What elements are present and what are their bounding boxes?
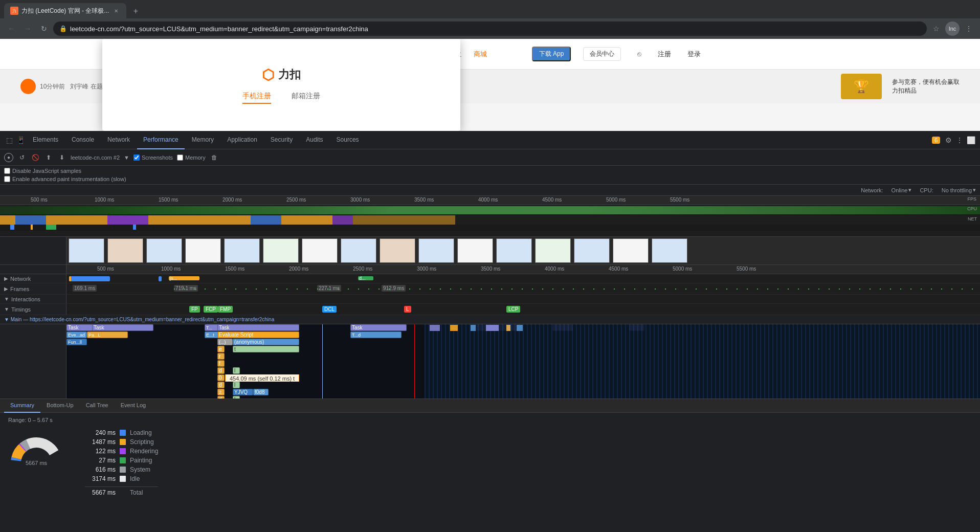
ruler-500ms: 500 ms [31, 197, 48, 203]
new-tab-button[interactable]: + [128, 4, 143, 18]
screenshot-8 [380, 238, 415, 263]
timing-lcp-marker: LCP [506, 306, 520, 313]
member-center-button[interactable]: 会员中心 [583, 47, 621, 61]
tab-console[interactable]: Console [65, 131, 100, 149]
menu-icon[interactable]: ⋮ [962, 21, 976, 36]
back-button[interactable]: ← [4, 21, 18, 36]
tab-application[interactable]: Application [221, 131, 263, 149]
tab-close-button[interactable]: ✕ [112, 7, 120, 15]
tab-performance[interactable]: Performance [137, 131, 185, 149]
email-register-tab[interactable]: 邮箱注册 [292, 92, 320, 104]
tab-security[interactable]: Security [264, 131, 299, 149]
devtools-toolbar: ⬚ 📱 Elements Console Network Performance… [0, 131, 980, 149]
timings-track-label[interactable]: ▼ Timings [0, 304, 66, 315]
interactions-expand-arrow[interactable]: ▼ [4, 296, 9, 302]
cpu-dropdown[interactable]: No throttling ▾ [942, 187, 976, 193]
bookmark-icon[interactable]: ☆ [929, 21, 943, 36]
network-track-label[interactable]: ▶ Network [0, 274, 66, 283]
network-track-content: js... d... [66, 274, 980, 283]
cpu-bar-5 [148, 215, 251, 225]
reload-button[interactable]: ↻ [37, 21, 51, 36]
tab-elements[interactable]: Elements [27, 131, 64, 149]
tab-memory[interactable]: Memory [186, 131, 220, 149]
red-time-line [414, 324, 415, 398]
bottom-up-tab[interactable]: Bottom-Up [40, 398, 80, 413]
nav-shop[interactable]: 商城 [474, 50, 487, 59]
call-tree-tab[interactable]: Call Tree [80, 398, 115, 413]
dense-task-2 [450, 325, 458, 331]
block-2: 2... [217, 389, 225, 395]
advanced-paint-label[interactable]: Enable advanced paint instrumentation (s… [4, 176, 976, 182]
clear-button[interactable]: 🚫 [31, 153, 40, 162]
interactions-track-content [66, 295, 980, 303]
net-bar-2 [31, 225, 33, 230]
tab-sources[interactable]: Sources [330, 131, 365, 149]
screenshot-2 [146, 238, 182, 263]
network-dropdown[interactable]: Online ▾ [892, 187, 912, 193]
screenshots-checkbox-label[interactable]: Screenshots [133, 154, 173, 161]
disable-js-checkbox[interactable] [4, 168, 10, 174]
timings-expand-arrow[interactable]: ▼ [4, 306, 9, 312]
cpu-bar-4 [107, 215, 148, 225]
recording-selector[interactable]: ▼ [124, 154, 129, 161]
legend-loading: 240 ms Loading [85, 429, 158, 436]
tab-network[interactable]: Network [101, 131, 136, 149]
network-bar-1 [69, 276, 71, 281]
ruler-4000ms: 4000 ms [478, 197, 498, 203]
trash-icon[interactable]: 🗑 [210, 153, 219, 162]
network-bar-2 [159, 276, 162, 281]
address-bar[interactable]: 🔒 leetcode-cn.com/?utm_source=LCUS&utm_m… [53, 21, 927, 36]
interactions-track-label[interactable]: ▼ Interactions [0, 295, 66, 303]
tab-audits[interactable]: Audits [300, 131, 329, 149]
event-log-tab[interactable]: Event Log [115, 398, 152, 413]
login-link[interactable]: 登录 [687, 50, 701, 59]
frames-expand-arrow[interactable]: ▶ [4, 286, 8, 292]
frames-track-label[interactable]: ▶ Frames [0, 283, 66, 294]
cpu-bars-container [0, 215, 980, 225]
summary-chart-area: 5667 ms 240 ms Loading 1487 ms Scripting… [8, 429, 972, 496]
forward-button[interactable]: → [20, 21, 35, 36]
interactions-track-row: ▼ Interactions [0, 295, 980, 304]
screenshot-7 [341, 238, 376, 263]
cpu-bar-9 [353, 215, 455, 225]
upload-button[interactable]: ⬆ [44, 153, 53, 162]
memory-checkbox-label[interactable]: Memory [177, 154, 206, 161]
dense-task-3 [471, 325, 476, 331]
timeline-overview[interactable]: 500 ms 1000 ms 1500 ms 2000 ms 2500 ms 3… [0, 196, 980, 237]
memory-checkbox[interactable] [177, 154, 183, 161]
summary-tab[interactable]: Summary [4, 398, 40, 413]
screenshot-14 [613, 238, 649, 263]
register-link[interactable]: 注册 [658, 50, 671, 59]
legend-scripting: 1487 ms Scripting [85, 438, 158, 446]
settings-icon[interactable]: ⚙ [943, 135, 953, 145]
summary-panel: Range: 0 – 5.67 s [0, 413, 980, 532]
devtools-mobile-icon[interactable]: 📱 [15, 135, 26, 145]
download-app-button[interactable]: 下载 App [532, 47, 571, 61]
active-tab[interactable]: 力 力扣 (LeetCode) 官网 - 全球极... ✕ [4, 3, 126, 18]
reload-record-button[interactable]: ↺ [17, 153, 27, 162]
download-button[interactable]: ⬇ [57, 153, 66, 162]
network-expand-arrow[interactable]: ▶ [4, 276, 8, 281]
idle-color-swatch [120, 476, 126, 482]
evaluate-script-block: Evaluate Script [217, 331, 299, 338]
flame-chart[interactable]: Task Task T... Task Task Eve...ad Pa...L… [0, 324, 980, 398]
screenshot-5 [263, 238, 299, 263]
more-options-icon[interactable]: ⋮ [954, 135, 965, 145]
detail-ruler-5500ms: 5500 ms [737, 266, 756, 272]
disable-js-label[interactable]: Disable JavaScript samples [4, 168, 976, 174]
frames-bar [174, 289, 980, 290]
frames-track-content: 169.1 ms 719.1 ms 227.1 ms 912.9 ms [66, 283, 980, 294]
record-button[interactable]: ● [4, 153, 13, 162]
phone-register-tab[interactable]: 手机注册 [242, 92, 271, 104]
legend-painting: 27 ms Painting [85, 457, 158, 464]
profile-icon[interactable]: Inc [945, 21, 960, 36]
cpu-bar-6 [251, 215, 281, 225]
devtools-cursor-icon[interactable]: ⬚ [4, 135, 14, 145]
screenshots-checkbox[interactable] [133, 154, 140, 161]
options-row: Disable JavaScript samples Enable advanc… [0, 166, 980, 185]
advanced-paint-checkbox[interactable] [4, 176, 10, 182]
dock-icon[interactable]: ⬜ [966, 135, 976, 145]
event-block-4: T...d [350, 331, 402, 338]
timeline-detail: 500 ms 1000 ms 1500 ms 2000 ms 2500 ms 3… [0, 265, 980, 324]
block-0: 0 [217, 374, 225, 381]
